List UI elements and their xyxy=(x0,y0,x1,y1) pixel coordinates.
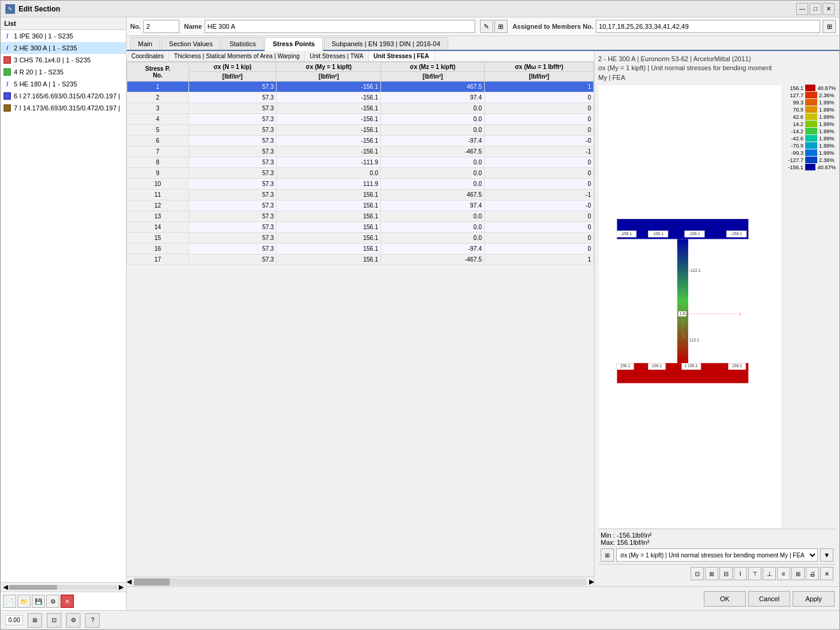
scroll-left-arrow[interactable]: ◀ xyxy=(127,578,131,586)
vis-btn-print[interactable]: 🖨 xyxy=(806,567,819,580)
cell-col4: -0 xyxy=(484,200,593,211)
vis-btn-6[interactable]: ⊥ xyxy=(763,567,776,580)
vis-btn-7[interactable]: ≡ xyxy=(777,567,790,580)
status-btn-1[interactable]: ⊞ xyxy=(28,613,42,628)
no-input[interactable] xyxy=(143,20,179,33)
vis-btn-close[interactable]: ✕ xyxy=(820,567,833,580)
close-button[interactable]: ✕ xyxy=(823,3,835,15)
status-btn-2[interactable]: ⊡ xyxy=(47,613,61,628)
table-row[interactable]: 4 57.3 -156.1 0.0 0 xyxy=(127,114,594,125)
legend-item: 127.7 2.36% xyxy=(787,92,836,98)
label-8: 156.1 xyxy=(732,364,742,368)
stress-table-container: Stress P.No. σx (N = 1 kip) σx (My = 1 k… xyxy=(127,62,594,577)
vis-main: -156.1 -156.1 -156.1 -156.1 xyxy=(598,85,836,529)
table-scrollbar[interactable]: ◀ ▶ xyxy=(127,577,594,586)
cancel-button[interactable]: Cancel xyxy=(748,591,790,607)
sub-tab-coordinates[interactable]: Coordinates xyxy=(127,51,169,61)
minimize-button[interactable]: — xyxy=(796,3,808,15)
cell-col1: 57.3 xyxy=(188,103,277,114)
open-button[interactable]: 📁 xyxy=(17,595,31,608)
sidebar-item-5[interactable]: I5 HE 180 A | 1 - S235 xyxy=(1,78,126,90)
delete-button[interactable]: ✕ xyxy=(61,595,74,608)
tab-statistics[interactable]: Statistics xyxy=(221,37,263,50)
scroll-right-arrow[interactable]: ▶ xyxy=(589,578,594,586)
table-row[interactable]: 15 57.3 156.1 0.0 0 xyxy=(127,233,594,244)
h-scrollbar-track[interactable] xyxy=(134,578,587,586)
table-row[interactable]: 8 57.3 -111.9 0.0 0 xyxy=(127,157,594,168)
sidebar-item-1[interactable]: I1 IPE 360 | 1 - S235 xyxy=(1,30,126,42)
vis-btn-8[interactable]: ⊞ xyxy=(791,567,805,580)
sidebar-item-4[interactable]: 4 R 20 | 1 - S235 xyxy=(1,66,126,78)
cell-col4: 0 xyxy=(484,114,593,125)
edit-icon-button[interactable]: ✎ xyxy=(480,20,493,33)
apply-button[interactable]: Apply xyxy=(793,591,835,607)
table-row[interactable]: 17 57.3 156.1 -467.5 1 xyxy=(127,254,594,265)
sidebar-item-2[interactable]: I2 HE 300 A | 1 - S235 xyxy=(1,42,126,54)
save-button[interactable]: 💾 xyxy=(32,595,45,608)
table-row[interactable]: 10 57.3 111.9 0.0 0 xyxy=(127,179,594,190)
legend-item: -14.2 1.99% xyxy=(787,128,836,134)
legend-item: 156.1 40.67% xyxy=(787,85,836,91)
table-row[interactable]: 7 57.3 -156.1 -467.5 -1 xyxy=(127,146,594,157)
vis-btn-4[interactable]: I xyxy=(734,567,747,580)
visualization-area: 2 - HE 300 A | Euronorm 53-62 | ArcelorM… xyxy=(595,51,839,586)
tab-subpanels[interactable]: Subpanels | EN 1993 | DIN | 2016-04 xyxy=(324,37,448,50)
table-row[interactable]: 9 57.3 0.0 0.0 0 xyxy=(127,168,594,179)
tab-section-values[interactable]: Section Values xyxy=(161,37,221,50)
scroll-right-icon[interactable]: ▶ xyxy=(119,583,124,591)
sidebar-item-6[interactable]: 6 I 27.165/6.693/0.315/0.472/0.197 | xyxy=(1,90,126,102)
sidebar-scrollbar[interactable]: ◀ ▶ xyxy=(1,582,126,592)
table-row[interactable]: 14 57.3 156.1 0.0 0 xyxy=(127,222,594,233)
h-scrollbar-thumb[interactable] xyxy=(134,578,170,586)
scroll-left-icon[interactable]: ◀ xyxy=(3,583,8,591)
tab-main[interactable]: Main xyxy=(130,37,160,50)
maximize-button[interactable]: □ xyxy=(809,3,821,15)
status-btn-4[interactable]: ? xyxy=(85,613,100,628)
cell-no: 9 xyxy=(127,168,189,179)
vis-btn-1[interactable]: ⊡ xyxy=(691,567,704,580)
item-icon-6 xyxy=(3,92,11,100)
vis-copy-button[interactable]: ⊞ xyxy=(601,548,614,562)
sidebar-item-7[interactable]: 7 I 14.173/6.693/0.315/0.472/0.197 | xyxy=(1,102,126,114)
title-bar-left: ✎ Edit Section xyxy=(5,4,60,14)
sub-tab-unit-fea[interactable]: Unit Stresses | FEA xyxy=(369,51,434,61)
legend-item: -70.9 1.99% xyxy=(787,142,836,149)
assigned-input[interactable] xyxy=(596,20,820,33)
vis-btn-3[interactable]: ⊟ xyxy=(719,567,733,580)
table-row[interactable]: 2 57.3 -156.1 97.4 0 xyxy=(127,92,594,103)
cell-no: 14 xyxy=(127,222,189,233)
vis-btn-2[interactable]: ⊞ xyxy=(705,567,718,580)
legend-color xyxy=(805,113,817,120)
table-row[interactable]: 1 57.3 -156.1 467.5 1 xyxy=(127,82,594,92)
ok-button[interactable]: OK xyxy=(704,591,746,607)
table-row[interactable]: 3 57.3 -156.1 0.0 0 xyxy=(127,103,594,114)
settings-button[interactable]: ⚙ xyxy=(46,595,59,608)
legend-value: -70.9 xyxy=(787,143,803,149)
legend-item: 70.9 1.99% xyxy=(787,106,836,113)
vis-dropdown[interactable]: σx (My = 1 kipft) | Unit normal stresses… xyxy=(616,548,818,562)
status-btn-3[interactable]: ⚙ xyxy=(66,613,80,628)
cell-col1: 57.3 xyxy=(188,146,277,157)
cell-col4: -1 xyxy=(484,190,593,200)
table-row[interactable]: 11 57.3 156.1 467.5 -1 xyxy=(127,190,594,200)
table-row[interactable]: 12 57.3 156.1 97.4 -0 xyxy=(127,200,594,211)
legend-color xyxy=(805,106,817,113)
vis-dropdown-expand[interactable]: ▼ xyxy=(820,548,833,562)
table-row[interactable]: 6 57.3 -156.1 -97.4 -0 xyxy=(127,136,594,146)
sub-tab-unit-twa[interactable]: Unit Stresses | TWA xyxy=(305,51,368,61)
new-button[interactable]: 📄 xyxy=(3,595,16,608)
table-row[interactable]: 5 57.3 -156.1 0.0 0 xyxy=(127,125,594,136)
sub-tab-bar: Coordinates Thickness | Statical Moments… xyxy=(127,51,594,62)
tab-stress-points[interactable]: Stress Points xyxy=(265,37,322,51)
table-row[interactable]: 13 57.3 156.1 0.0 0 xyxy=(127,211,594,222)
item-label-4: 4 R 20 | 1 - S235 xyxy=(14,68,64,76)
min-stat: Min : -156.1lbf/in² xyxy=(601,532,833,539)
no-field-group: No. xyxy=(130,20,179,33)
assigned-icon-button[interactable]: ⊞ xyxy=(823,20,836,33)
sub-tab-thickness[interactable]: Thickness | Statical Moments of Area | W… xyxy=(169,51,305,61)
name-input[interactable] xyxy=(205,20,475,33)
vis-btn-5[interactable]: ⊤ xyxy=(748,567,761,580)
database-icon-button[interactable]: ⊞ xyxy=(494,20,508,33)
table-row[interactable]: 16 57.3 156.1 -97.4 0 xyxy=(127,244,594,254)
sidebar-item-3[interactable]: 3 CHS 76.1x4.0 | 1 - S235 xyxy=(1,54,126,66)
